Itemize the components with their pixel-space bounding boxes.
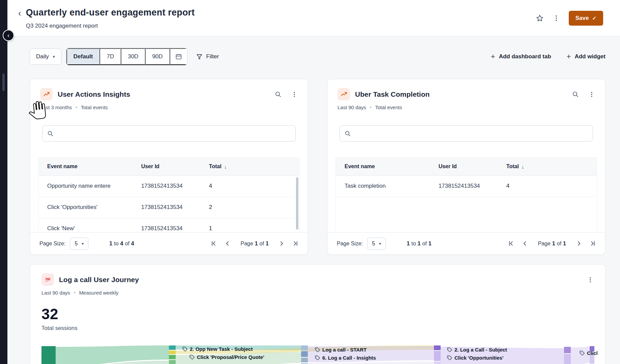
range-90d-button[interactable]: 90D	[145, 48, 169, 65]
chevron-right-icon	[279, 241, 285, 246]
table-scrollbar[interactable]	[296, 177, 298, 230]
pagination: Page1of1	[508, 241, 596, 247]
page-size-control: Page Size: 5 ▾	[337, 238, 386, 250]
table-search-box	[42, 125, 296, 142]
page-title: Quarterly end-user engagement report	[26, 7, 195, 18]
next-page-button[interactable]	[279, 241, 285, 246]
column-header-user-id[interactable]: User Id	[430, 158, 498, 175]
bullet-separator: •	[76, 105, 77, 110]
table-header-row: Event name User Id Total ↓	[336, 158, 597, 176]
search-icon	[345, 130, 351, 137]
sort-desc-icon: ↓	[224, 164, 227, 170]
widget-search-button[interactable]	[275, 91, 282, 98]
page-header: ‹ Quarterly end-user engagement report Q…	[7, 0, 620, 36]
chevron-down-icon: ▾	[82, 241, 84, 246]
dashboard-content: Daily ▾ Default 7D 30D 90D Filter + Add …	[7, 36, 620, 364]
save-button[interactable]: Save ✓	[569, 11, 603, 26]
page-size-label: Page Size:	[39, 241, 65, 247]
column-header-empty	[560, 161, 597, 172]
plus-icon: +	[491, 53, 495, 60]
metric-label: Total events	[375, 104, 402, 110]
widget-title: Uber Task Completion	[355, 90, 430, 98]
widget-search-button[interactable]	[572, 91, 579, 98]
row-range-label: 1to1of1	[407, 241, 431, 247]
search-icon	[572, 91, 579, 98]
widget-meta: Last 3 months • Total events	[30, 104, 308, 110]
table-header-row: Event name User Id Total ↓	[38, 158, 299, 176]
trend-chart-icon	[337, 88, 350, 100]
period-label: Last 90 days	[337, 104, 366, 110]
table-row[interactable]: Click 'Opportunities' 1738152413534 2	[38, 197, 299, 218]
chevron-left-icon: ‹	[18, 8, 21, 18]
back-button[interactable]: ‹	[18, 9, 21, 18]
last-page-button[interactable]	[590, 241, 596, 246]
dashboard-toolbar: Daily ▾ Default 7D 30D 90D Filter + Add …	[30, 48, 606, 65]
frequency-select[interactable]: Daily ▾	[30, 49, 61, 65]
add-widget-button[interactable]: + Add widget	[567, 53, 606, 60]
table-row[interactable]: Click 'New' 1738152413534 1	[38, 218, 299, 232]
page-size-label: Page Size:	[337, 241, 363, 247]
table-search-box	[339, 125, 593, 142]
widget-kebab-menu-button[interactable]	[587, 276, 594, 283]
sankey-node-label[interactable]: Click 'Opportunities'	[447, 355, 503, 361]
range-default-button[interactable]: Default	[66, 48, 100, 65]
custom-date-button[interactable]	[170, 48, 187, 65]
sankey-node-label[interactable]: Log a call - START	[315, 347, 366, 353]
tag-icon	[580, 351, 585, 356]
page-size-select[interactable]: 5 ▾	[367, 238, 386, 250]
chevron-left-icon: ‹	[7, 32, 9, 38]
sankey-node-label[interactable]: Click 'Proposal/Price Quote'	[189, 354, 264, 360]
page-indicator: Page1of1	[240, 241, 269, 247]
table-row[interactable]: Opportunity name entere 1738152413534 4	[38, 176, 299, 197]
widget-kebab-menu-button[interactable]	[588, 91, 595, 98]
last-page-button[interactable]	[293, 241, 298, 246]
period-label: Last 90 days	[41, 290, 70, 296]
sort-desc-icon: ↓	[522, 164, 524, 170]
sankey-node-label[interactable]: 2. Opp New Task - Subject	[182, 346, 253, 352]
chevron-right-icon	[576, 241, 582, 246]
widget-uber-task-completion: Uber Task Completion Last 90 days • Tota…	[327, 79, 606, 255]
column-header-total[interactable]: Total ↓	[498, 158, 560, 175]
widget-tools	[275, 91, 298, 98]
add-dashboard-tab-button[interactable]: + Add dashboard tab	[491, 53, 551, 60]
title-block: Quarterly end-user engagement report Q3 …	[26, 7, 195, 29]
filter-button[interactable]: Filter	[196, 53, 219, 60]
column-header-total[interactable]: Total ↓	[200, 158, 263, 175]
kebab-icon	[291, 91, 298, 98]
column-header-user-id[interactable]: User Id	[132, 158, 200, 175]
column-header-event-name[interactable]: Event name	[38, 158, 132, 175]
favorite-star-button[interactable]	[536, 14, 544, 22]
range-30d-button[interactable]: 30D	[121, 48, 145, 65]
next-page-button[interactable]	[576, 241, 582, 246]
first-page-button[interactable]	[508, 241, 514, 246]
period-label: Last 3 months	[40, 104, 72, 110]
header-kebab-menu-button[interactable]	[553, 14, 560, 22]
range-7d-button[interactable]: 7D	[99, 48, 121, 65]
sankey-node-label[interactable]: 6. Log a Call - Insights	[315, 355, 376, 361]
collapsed-sidebar	[0, 0, 7, 364]
search-input[interactable]	[57, 130, 291, 136]
sankey-node-label[interactable]: 2. Log a Call - Subject	[447, 347, 507, 353]
chevron-left-icon	[522, 241, 528, 246]
first-page-icon	[508, 241, 514, 246]
sidebar-collapse-button[interactable]: ‹	[3, 30, 14, 41]
search-input[interactable]	[355, 130, 588, 136]
widget-meta: Last 90 days • Measured weekly	[41, 290, 594, 296]
first-page-button[interactable]	[211, 241, 216, 246]
search-icon	[47, 130, 54, 137]
widget-kebab-menu-button[interactable]	[291, 91, 298, 98]
last-page-icon	[293, 241, 298, 246]
table-body: Task completion 1738152413534 4	[336, 176, 597, 197]
sankey-node-label[interactable]: Clicl	[580, 350, 598, 356]
prev-page-button[interactable]	[225, 241, 230, 246]
total-sessions-value: 32	[41, 306, 594, 323]
widget-tools	[572, 91, 595, 98]
tag-icon	[189, 355, 195, 360]
events-table: Event name User Id Total ↓ Opportunity n…	[38, 157, 300, 232]
widget-log-a-call-user-journey: Log a call User Journey Last 90 days • M…	[30, 264, 606, 364]
prev-page-button[interactable]	[522, 241, 528, 246]
search-icon	[275, 91, 282, 98]
table-row[interactable]: Task completion 1738152413534 4	[336, 176, 597, 197]
column-header-event-name[interactable]: Event name	[336, 158, 430, 175]
page-size-select[interactable]: 5 ▾	[70, 238, 88, 250]
